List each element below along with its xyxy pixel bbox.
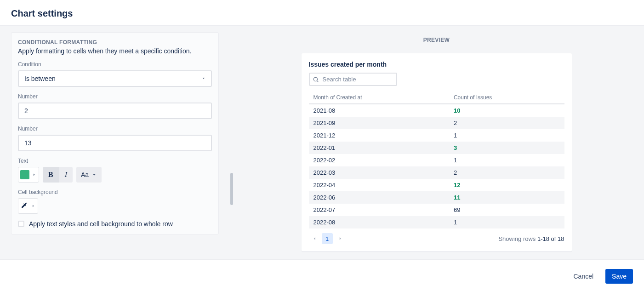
eyedropper-icon — [20, 201, 28, 211]
panel-scrollbar[interactable] — [230, 26, 234, 259]
cell-count: 2 — [449, 166, 564, 179]
next-page-button[interactable] — [335, 233, 346, 244]
rows-info: Showing rows 1-18 of 18 — [498, 235, 564, 242]
chevron-left-icon — [311, 235, 318, 242]
condition-select[interactable]: Is between — [18, 70, 212, 87]
page-title: Chart settings — [11, 8, 633, 19]
preview-card: Issues created per month Month of Create… — [302, 53, 572, 251]
number-from-input[interactable] — [18, 103, 212, 119]
settings-panel: CONDITIONAL FORMATTING Apply formatting … — [0, 26, 230, 259]
apply-whole-row-option: Apply text styles and cell background to… — [18, 220, 212, 228]
text-color-swatch — [20, 170, 29, 179]
italic-button[interactable]: I — [59, 167, 73, 183]
cell-month: 2022-03 — [309, 166, 449, 179]
chevron-right-icon — [337, 235, 343, 242]
bold-icon: B — [48, 171, 53, 179]
preview-table: Month of Created at Count of Issues 2021… — [309, 91, 564, 228]
col-header-count: Count of Issues — [449, 91, 564, 104]
cell-bg-color-button[interactable] — [18, 198, 38, 214]
table-search-input[interactable] — [309, 73, 397, 86]
bold-button[interactable]: B — [43, 167, 59, 183]
cell-count: 1 — [449, 129, 564, 142]
text-case-button[interactable]: Aa — [76, 167, 102, 183]
cell-month: 2022-08 — [309, 216, 449, 228]
pagination-row: 1 Showing rows 1-18 of 18 — [309, 233, 564, 244]
cell-month: 2021-09 — [309, 117, 449, 129]
table-row: 2022-021 — [309, 154, 564, 166]
table-row: 2021-0810 — [309, 104, 564, 117]
col-header-month: Month of Created at — [309, 91, 449, 104]
save-button[interactable]: Save — [605, 269, 633, 284]
cancel-button[interactable]: Cancel — [567, 269, 600, 284]
bold-italic-group: B I — [43, 167, 73, 183]
main-content: CONDITIONAL FORMATTING Apply formatting … — [0, 26, 644, 259]
conditional-formatting-card: CONDITIONAL FORMATTING Apply formatting … — [11, 32, 219, 234]
section-description: Apply formatting to cells when they meet… — [18, 47, 212, 55]
svg-line-1 — [317, 80, 318, 82]
cell-month: 2022-02 — [309, 154, 449, 166]
cell-month: 2022-04 — [309, 179, 449, 191]
cell-count: 2 — [449, 117, 564, 129]
text-case-label: Aa — [81, 171, 89, 178]
cell-bg-toolbar — [18, 198, 212, 214]
chevron-right-icon — [31, 172, 37, 177]
table-row: 2022-013 — [309, 142, 564, 154]
search-icon — [313, 76, 319, 83]
cell-count: 3 — [449, 142, 564, 154]
chevron-right-icon — [30, 203, 36, 209]
cell-count: 12 — [449, 179, 564, 191]
text-toolbar: B I Aa — [18, 167, 212, 183]
text-color-button[interactable] — [18, 167, 39, 183]
condition-select-wrap: Is between — [18, 70, 212, 87]
cell-background-label: Cell background — [18, 189, 212, 195]
dialog-header: Chart settings — [0, 0, 644, 26]
prev-page-button[interactable] — [309, 233, 320, 244]
cell-count: 1 — [449, 216, 564, 228]
search-wrap — [309, 73, 397, 86]
pager: 1 — [309, 233, 346, 244]
table-row: 2021-121 — [309, 129, 564, 142]
table-row: 2022-032 — [309, 166, 564, 179]
number-from-label: Number — [18, 93, 212, 100]
italic-icon: I — [65, 171, 67, 179]
number-to-label: Number — [18, 126, 212, 132]
table-row: 2022-081 — [309, 216, 564, 228]
apply-whole-row-label: Apply text styles and cell background to… — [29, 220, 173, 228]
cell-month: 2022-01 — [309, 142, 449, 154]
cell-count: 10 — [449, 104, 564, 117]
svg-point-0 — [313, 77, 317, 81]
section-label: CONDITIONAL FORMATTING — [18, 39, 212, 46]
cell-count: 69 — [449, 204, 564, 216]
dialog-footer: Cancel Save — [0, 259, 644, 293]
table-row: 2022-0611 — [309, 191, 564, 204]
cell-month: 2022-06 — [309, 191, 449, 204]
number-to-input[interactable] — [18, 135, 212, 151]
cell-count: 11 — [449, 191, 564, 204]
condition-label: Condition — [18, 61, 212, 68]
page-number-current[interactable]: 1 — [322, 233, 333, 244]
chevron-down-icon — [91, 172, 97, 177]
cell-month: 2022-07 — [309, 204, 449, 216]
table-row: 2022-0412 — [309, 179, 564, 191]
table-row: 2022-0769 — [309, 204, 564, 216]
cell-count: 1 — [449, 154, 564, 166]
apply-whole-row-checkbox[interactable] — [18, 221, 24, 227]
cell-month: 2021-12 — [309, 129, 449, 142]
cell-month: 2021-08 — [309, 104, 449, 117]
table-row: 2021-092 — [309, 117, 564, 129]
text-style-label: Text — [18, 158, 212, 164]
chart-title: Issues created per month — [309, 61, 564, 68]
preview-label: PREVIEW — [240, 37, 633, 43]
preview-panel: PREVIEW Issues created per month Month o… — [234, 26, 644, 259]
